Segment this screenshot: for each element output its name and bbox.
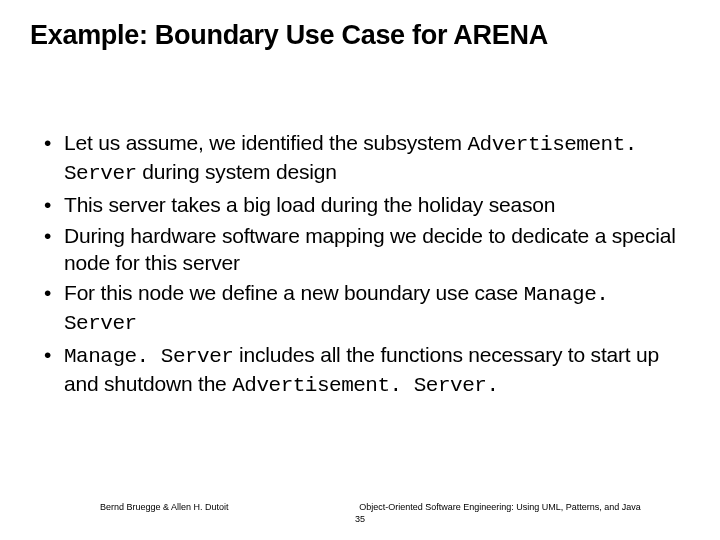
footer: Bernd Bruegge & Allen H. Dutoit Object-O… xyxy=(0,502,720,528)
slide: Example: Boundary Use Case for ARENA Let… xyxy=(0,0,720,540)
bullet-text: Let us assume, we identified the subsyst… xyxy=(64,131,467,154)
footer-right: Object-Oriented Software Engineering: Us… xyxy=(340,502,660,512)
bullet-text: This server takes a big load during the … xyxy=(64,193,555,216)
slide-body: Let us assume, we identified the subsyst… xyxy=(40,130,680,404)
list-item: This server takes a big load during the … xyxy=(40,192,680,219)
code-text: Manage. Server xyxy=(64,345,233,368)
footer-page-number: 35 xyxy=(0,514,720,524)
slide-title: Example: Boundary Use Case for ARENA xyxy=(30,20,690,51)
list-item: Manage. Server includes all the function… xyxy=(40,342,680,400)
bullet-text: During hardware software mapping we deci… xyxy=(64,224,676,274)
code-text: Advertisement. Server. xyxy=(232,374,498,397)
footer-left: Bernd Bruegge & Allen H. Dutoit xyxy=(100,502,229,512)
bullet-list: Let us assume, we identified the subsyst… xyxy=(40,130,680,400)
list-item: Let us assume, we identified the subsyst… xyxy=(40,130,680,188)
bullet-text: during system design xyxy=(137,160,337,183)
list-item: During hardware software mapping we deci… xyxy=(40,223,680,277)
list-item: For this node we define a new boundary u… xyxy=(40,280,680,338)
bullet-text: For this node we define a new boundary u… xyxy=(64,281,524,304)
